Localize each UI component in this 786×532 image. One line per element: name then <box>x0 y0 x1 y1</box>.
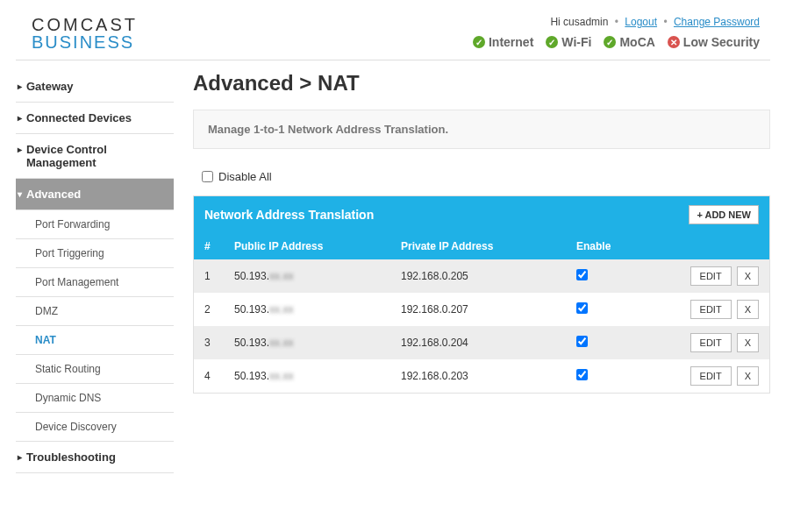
subnav-port-management[interactable]: Port Management <box>16 268 174 297</box>
sidebar-item-device-control[interactable]: ▸Device Control Management <box>16 134 174 179</box>
delete-button[interactable]: X <box>737 333 759 352</box>
enable-checkbox[interactable] <box>576 369 588 380</box>
status-item: ✓MoCA <box>604 35 654 49</box>
separator: • <box>663 16 667 28</box>
status-item: ✓Wi-Fi <box>546 35 591 49</box>
sidebar-item-advanced[interactable]: ▾Advanced <box>16 179 174 210</box>
edit-button[interactable]: EDIT <box>690 366 732 386</box>
check-circle-icon: ✓ <box>604 36 616 48</box>
subnav-label: Static Routing <box>35 363 101 375</box>
edit-button[interactable]: EDIT <box>690 333 732 352</box>
caret-right-icon: ▸ <box>18 145 22 154</box>
public-ip: 50.193.xx.xx <box>234 337 401 349</box>
ip-prefix: 50.193. <box>234 303 269 316</box>
caret-right-icon: ▸ <box>18 113 22 123</box>
table-header-row: # Public IP Address Private IP Address E… <box>194 233 769 259</box>
sidebar-nav: ▸Gateway ▸Connected Devices ▸Device Cont… <box>16 71 174 473</box>
action-cell: EDITX <box>655 333 759 352</box>
subnav-label: DMZ <box>35 305 58 317</box>
ip-prefix: 50.193. <box>234 270 269 282</box>
table-row: 350.193.xx.xx192.168.0.204EDITX <box>194 326 769 359</box>
sidebar-item-gateway[interactable]: ▸Gateway <box>16 71 174 103</box>
ip-redacted: xx.xx <box>269 303 293 316</box>
private-ip: 192.168.0.204 <box>401 337 576 349</box>
col-header-num: # <box>204 240 234 252</box>
edit-button[interactable]: EDIT <box>690 266 732 286</box>
status-label: Wi-Fi <box>561 35 591 49</box>
subnav-port-triggering[interactable]: Port Triggering <box>16 239 174 268</box>
ip-prefix: 50.193. <box>234 337 269 349</box>
subnav-label: Dynamic DNS <box>35 392 101 404</box>
status-label: MoCA <box>619 35 654 49</box>
private-ip: 192.168.0.207 <box>401 303 576 316</box>
nav-label: Connected Devices <box>26 111 132 124</box>
delete-button[interactable]: X <box>737 300 759 319</box>
logout-link[interactable]: Logout <box>625 16 657 28</box>
advanced-subnav: Port Forwarding Port Triggering Port Man… <box>16 210 174 442</box>
enable-cell <box>576 336 655 350</box>
private-ip: 192.168.0.203 <box>401 370 576 382</box>
row-number: 4 <box>204 370 234 382</box>
disable-all-checkbox[interactable] <box>202 171 213 182</box>
delete-button[interactable]: X <box>737 366 759 386</box>
edit-button[interactable]: EDIT <box>690 300 732 319</box>
table-title: Network Address Translation <box>204 208 374 222</box>
sidebar-item-troubleshooting[interactable]: ▸Troubleshooting <box>16 442 174 473</box>
subnav-dmz[interactable]: DMZ <box>16 297 174 326</box>
add-new-button[interactable]: + ADD NEW <box>689 205 759 224</box>
public-ip: 50.193.xx.xx <box>234 270 401 282</box>
status-item: ✓Internet <box>473 35 533 49</box>
nav-label: Troubleshooting <box>26 450 116 464</box>
status-label: Internet <box>489 35 533 49</box>
subnav-label: Port Forwarding <box>35 218 110 231</box>
action-cell: EDITX <box>655 366 759 386</box>
subnav-nat[interactable]: NAT <box>16 326 174 355</box>
col-header-enable: Enable <box>576 240 655 252</box>
caret-right-icon: ▸ <box>18 82 22 91</box>
col-header-public: Public IP Address <box>234 240 401 252</box>
enable-checkbox[interactable] <box>576 302 588 314</box>
page-description: Manage 1-to-1 Network Address Translatio… <box>193 110 770 149</box>
ip-redacted: xx.xx <box>269 270 293 282</box>
public-ip: 50.193.xx.xx <box>234 370 401 382</box>
subnav-label: Device Discovery <box>35 421 117 433</box>
x-circle-icon: ✕ <box>668 36 680 48</box>
nav-label: Device Control Management <box>26 143 107 169</box>
enable-cell <box>576 369 655 383</box>
public-ip: 50.193.xx.xx <box>234 303 401 316</box>
delete-button[interactable]: X <box>737 266 759 286</box>
action-cell: EDITX <box>655 266 759 286</box>
account-links: Hi cusadmin • Logout • Change Password <box>473 16 760 28</box>
table-row: 450.193.xx.xx192.168.0.203EDITX <box>194 359 769 393</box>
table-row: 150.193.xx.xx192.168.0.205EDITX <box>194 259 769 293</box>
subnav-label: NAT <box>35 334 56 346</box>
caret-down-icon: ▾ <box>18 189 22 199</box>
nav-label: Gateway <box>26 80 73 93</box>
subnav-label: Port Management <box>35 276 118 288</box>
check-circle-icon: ✓ <box>546 36 558 48</box>
change-password-link[interactable]: Change Password <box>674 16 760 28</box>
row-number: 3 <box>204 337 234 349</box>
check-circle-icon: ✓ <box>473 36 485 48</box>
subnav-port-forwarding[interactable]: Port Forwarding <box>16 210 174 239</box>
enable-checkbox[interactable] <box>576 336 588 347</box>
subnav-dynamic-dns[interactable]: Dynamic DNS <box>16 384 174 413</box>
status-label: Low Security <box>683 35 760 49</box>
enable-cell <box>576 269 655 283</box>
table-row: 250.193.xx.xx192.168.0.207EDITX <box>194 293 769 326</box>
action-cell: EDITX <box>655 300 759 319</box>
row-number: 2 <box>204 303 234 316</box>
nat-table: Network Address Translation + ADD NEW # … <box>193 195 770 394</box>
separator: • <box>615 16 618 28</box>
enable-cell <box>576 302 655 316</box>
logo-text-top: COMCAST <box>32 16 138 33</box>
subnav-device-discovery[interactable]: Device Discovery <box>16 413 174 442</box>
ip-redacted: xx.xx <box>269 337 293 349</box>
subnav-static-routing[interactable]: Static Routing <box>16 355 174 384</box>
caret-right-icon: ▸ <box>18 452 22 462</box>
row-number: 1 <box>204 270 234 282</box>
enable-checkbox[interactable] <box>576 269 588 280</box>
subnav-label: Port Triggering <box>35 247 104 259</box>
brand-logo: COMCAST BUSINESS <box>32 16 138 51</box>
sidebar-item-connected-devices[interactable]: ▸Connected Devices <box>16 103 174 134</box>
